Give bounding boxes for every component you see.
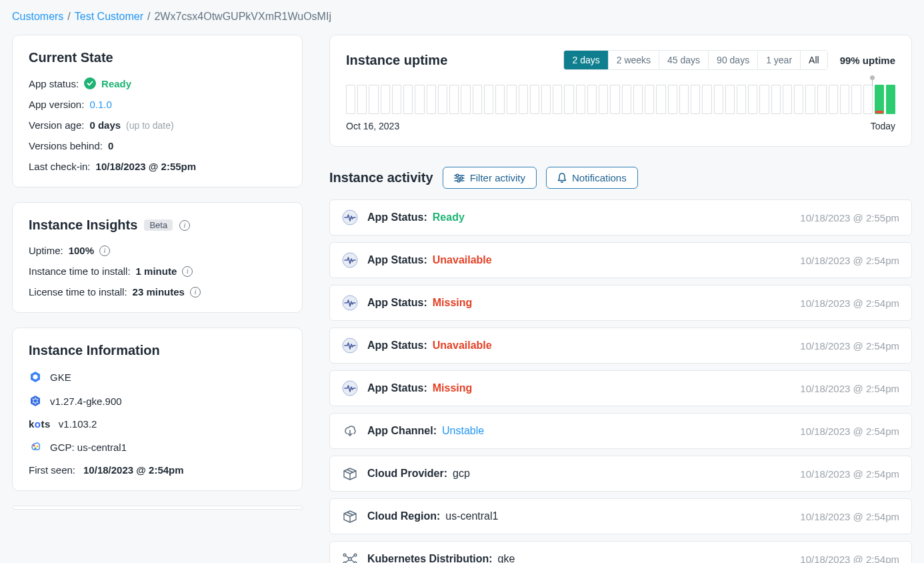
activity-timestamp: 10/18/2023 @ 2:54pm: [800, 255, 899, 266]
activity-row[interactable]: App Channel:Unstable10/18/2023 @ 2:54pm: [329, 413, 912, 449]
range-2weeks[interactable]: 2 weeks: [609, 51, 659, 69]
uptime-bar: [438, 85, 447, 114]
uptime-bar: [863, 85, 873, 114]
kots-icon: kots: [29, 418, 51, 430]
activity-value: Missing: [433, 297, 473, 309]
uptime-label: Uptime:: [29, 245, 63, 256]
uptime-bar: [461, 85, 470, 114]
activity-value: us-central1: [445, 510, 498, 522]
range-90days[interactable]: 90 days: [709, 51, 758, 69]
uptime-bar: [473, 85, 482, 114]
activity-timestamp: 10/18/2023 @ 2:54pm: [800, 340, 899, 352]
breadcrumb-customer[interactable]: Test Customer: [75, 11, 143, 23]
gcp-icon: [29, 440, 42, 454]
svg-line-32: [351, 560, 355, 563]
check-circle-icon: [84, 77, 96, 89]
breadcrumb-root[interactable]: Customers: [12, 11, 63, 23]
range-1year[interactable]: 1 year: [758, 51, 801, 69]
uptime-bar: [622, 85, 631, 114]
breadcrumb-instance: 2Wx7csx4OtwGUPkVXmR1WuOsMIj: [154, 11, 331, 23]
uptime-bar: [714, 85, 723, 114]
activity-list: App Status:Ready10/18/2023 @ 2:55pmApp S…: [329, 199, 912, 563]
notifications-button[interactable]: Notifications: [546, 167, 638, 189]
notifications-label: Notifications: [572, 172, 627, 183]
uptime-bar: [346, 85, 355, 114]
activity-value: Missing: [433, 382, 473, 394]
uptime-bar: [725, 85, 735, 114]
activity-label: App Status:: [367, 211, 427, 223]
uptime-today-marker: [872, 78, 873, 86]
k8s-icon: [29, 394, 42, 408]
uptime-bar: [759, 85, 769, 114]
uptime-bar: [357, 85, 367, 114]
uptime-bar: [668, 85, 677, 114]
uptime-bar: [449, 85, 459, 114]
gke-icon: [29, 370, 42, 384]
activity-timestamp: 10/18/2023 @ 2:55pm: [800, 212, 899, 223]
info-icon[interactable]: i: [99, 245, 110, 256]
svg-point-11: [37, 446, 39, 448]
svg-point-16: [460, 177, 463, 179]
ltti-label: License time to install:: [29, 286, 127, 298]
uptime-bar: [599, 85, 608, 114]
insights-card: Instance Insights Beta i Uptime: 100% i …: [12, 202, 303, 313]
activity-row[interactable]: App Status:Missing10/18/2023 @ 2:54pm: [329, 285, 912, 321]
activity-label: App Status:: [367, 254, 427, 266]
activity-row[interactable]: Kubernetes Distribution:gke10/18/2023 @ …: [329, 541, 912, 563]
app-status-label: App status:: [29, 78, 79, 89]
cloud-value: GCP: us-central1: [50, 442, 127, 453]
svg-point-18: [457, 179, 460, 182]
filter-activity-button[interactable]: Filter activity: [443, 167, 537, 189]
uptime-bar: [817, 85, 827, 114]
activity-row[interactable]: App Status:Missing10/18/2023 @ 2:54pm: [329, 370, 912, 406]
activity-row[interactable]: Cloud Region:us-central110/18/2023 @ 2:5…: [329, 498, 912, 534]
activity-timestamp: 10/18/2023 @ 2:54pm: [800, 511, 899, 522]
uptime-bar: [886, 85, 895, 114]
box-icon: [342, 508, 358, 524]
version-age-hint: (up to date): [126, 120, 174, 131]
svg-marker-2: [31, 396, 40, 406]
uptime-bar: [484, 85, 493, 114]
instance-info-title: Instance Information: [29, 343, 286, 358]
uptime-bar: [771, 85, 781, 114]
pulse-icon: [342, 380, 358, 396]
range-2days[interactable]: 2 days: [564, 51, 608, 69]
info-icon[interactable]: i: [179, 220, 190, 231]
info-icon[interactable]: i: [182, 266, 193, 277]
activity-value: Unstable: [442, 425, 484, 437]
uptime-bar: [840, 85, 849, 114]
partial-card: [12, 506, 303, 510]
range-all[interactable]: All: [801, 51, 827, 69]
uptime-chart: [346, 85, 895, 114]
activity-value: Ready: [433, 211, 465, 223]
uptime-bar: [691, 85, 700, 114]
app-version-value[interactable]: 0.1.0: [89, 99, 111, 110]
tti-label: Instance time to install:: [29, 265, 131, 277]
activity-value: gcp: [453, 468, 470, 480]
info-icon[interactable]: i: [190, 287, 201, 298]
activity-row[interactable]: App Status:Unavailable10/18/2023 @ 2:54p…: [329, 328, 912, 364]
app-status-value: Ready: [101, 78, 131, 89]
range-45days[interactable]: 45 days: [659, 51, 709, 69]
ltti-value: 23 minutes: [133, 286, 185, 298]
uptime-axis-start: Oct 16, 2023: [346, 121, 399, 131]
uptime-bar: [392, 85, 401, 114]
activity-row[interactable]: App Status:Ready10/18/2023 @ 2:55pm: [329, 199, 912, 235]
svg-point-25: [343, 554, 346, 556]
activity-row[interactable]: App Status:Unavailable10/18/2023 @ 2:54p…: [329, 242, 912, 278]
svg-line-29: [346, 556, 349, 558]
uptime-bar: [610, 85, 619, 114]
svg-point-26: [354, 554, 357, 556]
first-seen-value: 10/18/2023 @ 2:54pm: [83, 464, 184, 476]
bell-icon: [557, 173, 567, 183]
uptime-bar: [794, 85, 803, 114]
first-seen-label: First seen:: [29, 464, 75, 476]
uptime-bar: [702, 85, 711, 114]
uptime-bar: [875, 85, 884, 114]
activity-label: App Status:: [367, 382, 427, 394]
uptime-value: 100%: [69, 245, 94, 256]
distro-value: GKE: [50, 372, 71, 383]
activity-row[interactable]: Cloud Provider:gcp10/18/2023 @ 2:54pm: [329, 456, 912, 492]
uptime-bar: [415, 85, 424, 114]
box-icon: [342, 466, 358, 482]
